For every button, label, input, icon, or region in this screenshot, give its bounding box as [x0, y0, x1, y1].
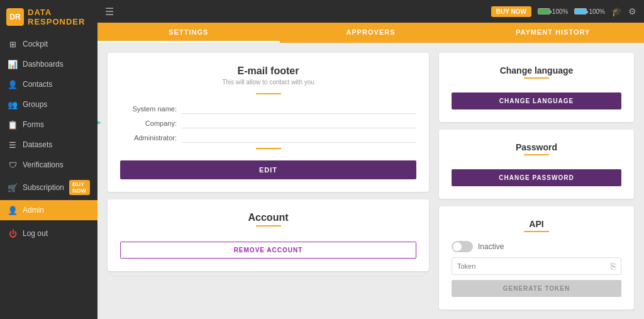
sidebar-item-admin[interactable]: 👤 Admin	[0, 200, 97, 220]
logo-icon: DR	[6, 8, 24, 26]
account-card: Account REMOVE ACCOUNT	[108, 199, 429, 271]
password-title: Password	[452, 142, 621, 152]
sidebar-item-subscription[interactable]: 🛒 Subscription BUY NOW	[0, 175, 97, 200]
email-footer-divider	[256, 93, 281, 94]
logout-icon: ⏻	[8, 228, 18, 238]
api-inactive-label: Inactive	[478, 242, 504, 251]
sidebar-item-cockpit[interactable]: ⊞ Cockpit	[0, 34, 97, 54]
change-language-divider	[524, 77, 549, 79]
email-footer-subtitle: This will allow to contact with you	[120, 79, 416, 86]
battery1-bar	[538, 8, 550, 14]
topbar-left: ☰	[105, 6, 114, 18]
system-name-label: System name:	[120, 105, 177, 113]
sidebar-logo: DR DATA RESPONDER	[0, 0, 97, 34]
right-column: Change language CHANGE LANGUAGE Password…	[439, 53, 634, 309]
forms-icon: 📋	[8, 120, 18, 130]
administrator-input[interactable]	[182, 132, 416, 143]
company-input[interactable]	[182, 118, 416, 128]
sidebar-item-contacts[interactable]: 👤 Contacts	[0, 74, 97, 94]
change-password-button[interactable]: CHANGE PASSWORD	[452, 169, 621, 186]
api-divider	[524, 231, 549, 232]
topbar: ☰ BUY NOW 100% 100% 🎓 ⚙	[97, 0, 644, 23]
cockpit-icon: ⊞	[8, 39, 18, 49]
settings-icon[interactable]: ⚙	[628, 6, 636, 16]
groups-icon: 👥	[8, 99, 18, 109]
password-divider	[524, 154, 549, 155]
sidebar-item-datasets[interactable]: ☰ Datasets	[0, 135, 97, 155]
token-input[interactable]	[457, 262, 611, 270]
arrow-container	[97, 109, 101, 137]
battery1-label: 100%	[552, 8, 569, 15]
nav-tabs: SETTINGS APPROVERS PAYMENT HISTORY	[97, 23, 644, 43]
main-content: ☰ BUY NOW 100% 100% 🎓 ⚙ SETTINGS APPROVE…	[97, 0, 644, 319]
api-card: API Inactive ⎘ GENERATE TOKEN	[439, 206, 634, 310]
left-column: E-mail footer This will allow to contact…	[108, 53, 429, 309]
battery1-indicator: 100%	[538, 8, 569, 15]
logo-text: DATA RESPONDER	[28, 8, 85, 26]
logout-item[interactable]: ⏻ Log out	[0, 223, 97, 243]
battery2-label: 100%	[589, 8, 605, 15]
token-row: ⎘	[452, 257, 621, 275]
change-language-button[interactable]: CHANGE LANGUAGE	[452, 92, 621, 109]
system-name-row: System name:	[120, 103, 416, 114]
tab-settings[interactable]: SETTINGS	[97, 23, 280, 43]
contacts-icon: 👤	[8, 79, 18, 89]
api-toggle-row: Inactive	[452, 241, 621, 252]
change-language-title: Change language	[452, 65, 621, 76]
email-footer-title: E-mail footer	[120, 65, 416, 77]
admin-icon: 👤	[8, 205, 18, 215]
battery2-bar	[574, 8, 587, 14]
email-footer-divider2	[256, 148, 281, 149]
account-title: Account	[120, 212, 416, 223]
buy-now-button[interactable]: BUY NOW	[491, 6, 531, 17]
page-body: E-mail footer This will allow to contact…	[97, 43, 644, 319]
api-title: API	[452, 219, 621, 229]
administrator-row: Administrator:	[120, 132, 416, 143]
account-divider	[256, 225, 281, 227]
verifications-icon: 🛡	[8, 160, 18, 170]
sidebar-item-groups[interactable]: 👥 Groups	[0, 94, 97, 115]
email-footer-card: E-mail footer This will allow to contact…	[108, 53, 429, 192]
sidebar-item-dashboards[interactable]: 📊 Dashboards	[0, 54, 97, 74]
sidebar-item-verifications[interactable]: 🛡 Verifications	[0, 155, 97, 175]
dashboards-icon: 📊	[8, 59, 18, 69]
datasets-icon: ☰	[8, 140, 18, 150]
change-language-card: Change language CHANGE LANGUAGE	[439, 53, 634, 122]
sidebar-bottom: ⏻ Log out	[0, 220, 97, 243]
copy-icon[interactable]: ⎘	[611, 261, 616, 271]
generate-token-button[interactable]: GENERATE TOKEN	[452, 280, 621, 297]
remove-account-button[interactable]: REMOVE ACCOUNT	[120, 242, 416, 259]
sidebar: DR DATA RESPONDER ⊞ Cockpit 📊 Dashboards…	[0, 0, 97, 319]
sidebar-nav: ⊞ Cockpit 📊 Dashboards 👤 Contacts 👥 Grou…	[0, 34, 97, 319]
buy-now-badge: BUY NOW	[69, 180, 90, 195]
company-row: Company:	[120, 118, 416, 128]
api-toggle[interactable]	[452, 241, 473, 252]
sidebar-item-forms[interactable]: 📋 Forms	[0, 115, 97, 135]
arrow-indicator	[97, 109, 101, 137]
company-label: Company:	[120, 120, 177, 127]
hamburger-icon[interactable]: ☰	[105, 6, 114, 18]
topbar-right: BUY NOW 100% 100% 🎓 ⚙	[491, 6, 636, 17]
administrator-label: Administrator:	[120, 134, 177, 142]
edit-button[interactable]: EDIT	[120, 160, 416, 179]
subscription-icon: 🛒	[8, 182, 18, 193]
password-card: Password CHANGE PASSWORD	[439, 130, 634, 199]
tab-payment-history[interactable]: PAYMENT HISTORY	[462, 23, 644, 43]
system-name-input[interactable]	[182, 103, 416, 114]
graduation-icon[interactable]: 🎓	[611, 6, 622, 16]
battery2-indicator: 100%	[574, 8, 605, 15]
tab-approvers[interactable]: APPROVERS	[280, 23, 462, 43]
